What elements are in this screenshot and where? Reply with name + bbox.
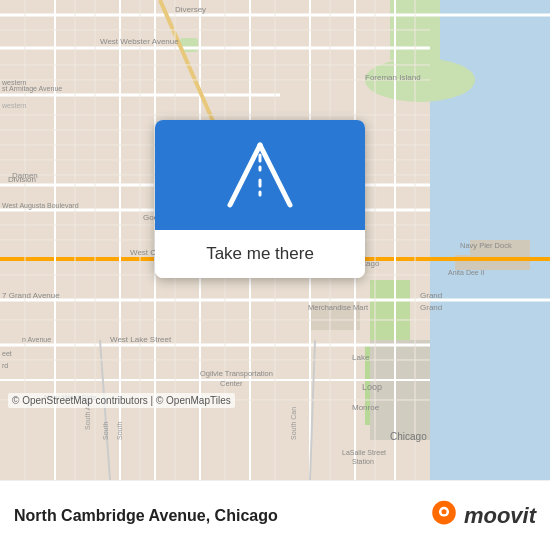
svg-text:Grand: Grand: [420, 303, 442, 312]
svg-text:West Webster Avenue: West Webster Avenue: [100, 37, 179, 46]
svg-text:Damen: Damen: [12, 171, 38, 180]
take-me-there-button[interactable]: Take me there: [155, 230, 365, 278]
location-name: North Cambridge Avenue, Chicago: [14, 507, 278, 525]
svg-text:st Armitage Avenue: st Armitage Avenue: [2, 85, 62, 93]
svg-text:Loop: Loop: [362, 382, 382, 392]
svg-text:Station: Station: [352, 458, 374, 465]
svg-text:Foreman Island: Foreman Island: [365, 73, 421, 82]
svg-text:South: South: [116, 422, 123, 440]
svg-line-94: [230, 145, 260, 205]
moovit-logo: moovit: [428, 500, 536, 532]
svg-text:western: western: [1, 79, 27, 86]
svg-text:Monroe: Monroe: [352, 403, 380, 412]
svg-text:Chicago: Chicago: [390, 431, 427, 442]
svg-text:Lake: Lake: [352, 353, 370, 362]
svg-point-100: [441, 509, 446, 514]
svg-text:Diversey: Diversey: [175, 5, 206, 14]
svg-text:West Augusta Boulevard: West Augusta Boulevard: [2, 202, 79, 210]
svg-text:Anita Dee II: Anita Dee II: [448, 269, 485, 276]
svg-text:7 Grand Avenue: 7 Grand Avenue: [2, 291, 60, 300]
svg-text:n Avenue: n Avenue: [22, 336, 51, 343]
svg-text:South Can: South Can: [290, 407, 297, 440]
svg-text:rd: rd: [2, 362, 8, 369]
road-icon: [220, 135, 300, 215]
svg-text:South: South: [102, 422, 109, 440]
svg-text:eet: eet: [2, 350, 12, 357]
moovit-text: moovit: [464, 503, 536, 529]
svg-rect-5: [370, 280, 410, 340]
svg-text:Navy Pier Dock: Navy Pier Dock: [460, 241, 512, 250]
svg-text:Center: Center: [220, 379, 243, 388]
route-card: Take me there: [155, 120, 365, 278]
route-icon-area: [155, 120, 365, 230]
svg-text:West Lake Street: West Lake Street: [110, 335, 172, 344]
bottom-bar: North Cambridge Avenue, Chicago moovit: [0, 480, 550, 550]
svg-text:Ogilvie Transportation: Ogilvie Transportation: [200, 369, 273, 378]
svg-text:western: western: [1, 102, 27, 109]
svg-text:LaSalle Street: LaSalle Street: [342, 449, 386, 456]
moovit-pin-icon: [428, 500, 460, 532]
svg-text:Grand: Grand: [420, 291, 442, 300]
map-attribution: © OpenStreetMap contributors | © OpenMap…: [8, 393, 235, 408]
location-info: North Cambridge Avenue, Chicago: [14, 507, 278, 525]
svg-text:Merchandise Mart: Merchandise Mart: [308, 303, 369, 312]
svg-line-95: [260, 145, 290, 205]
map-container: Diversey West Webster Avenue st Armitage…: [0, 0, 550, 480]
